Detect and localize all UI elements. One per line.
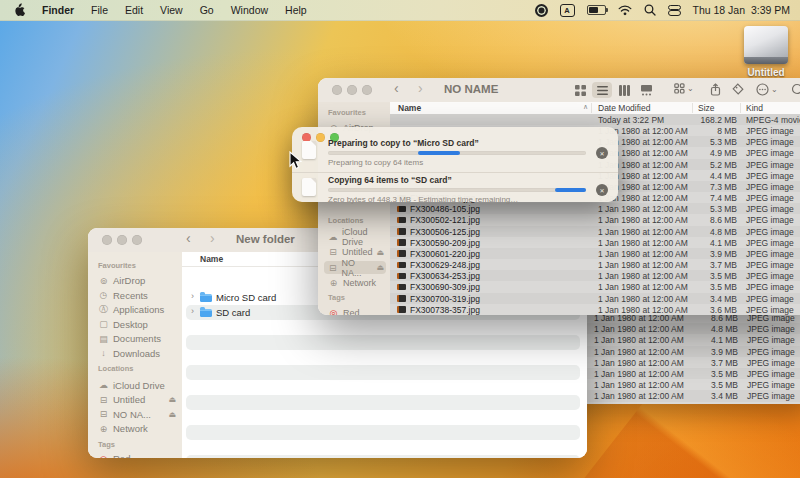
forward-button[interactable]: › — [418, 80, 423, 96]
copy-task: Copying 64 items to “SD card” ✕ Zero byt… — [292, 175, 618, 209]
file-row[interactable]: 1 Jan 1980 at 12:00 AM3.6 MBJPEG image — [556, 402, 800, 405]
sidebar-item-no-na-[interactable]: ⊟NO NA...⏏ — [94, 408, 178, 422]
sidebar-item-documents[interactable]: ▤Documents — [94, 332, 178, 346]
menu-bar: FinderFileEditViewGoWindowHelp A Thu 18 … — [0, 0, 800, 21]
menu-item-edit[interactable]: Edit — [125, 4, 143, 16]
control-center-icon[interactable] — [668, 5, 681, 16]
file-kind: JPEG image — [746, 160, 794, 170]
sidebar-item-icloud-drive[interactable]: ☁iCloud Drive — [324, 230, 386, 243]
share-button[interactable] — [710, 83, 721, 96]
file-kind: JPEG image — [746, 137, 794, 147]
stop-button[interactable]: ✕ — [596, 147, 608, 159]
file-row[interactable]: FX300506-125.jpg1 Jan 1980 at 12:00 AM4.… — [390, 226, 800, 237]
minimize-button[interactable] — [347, 85, 357, 95]
tag-button[interactable] — [732, 83, 744, 95]
eject-icon[interactable]: ⏏ — [168, 395, 178, 404]
file-kind: JPEG image — [746, 227, 794, 237]
file-row[interactable]: FX300738-357.jpg1 Jan 1980 at 12:00 AM3.… — [390, 304, 800, 315]
file-row[interactable]: 1 Jan 1980 at 12:00 AM3.5 MBJPEG image — [556, 379, 800, 390]
disk-icon: ⊟ — [328, 263, 337, 273]
menu-item-go[interactable]: Go — [200, 4, 214, 16]
disk-icon: ⊟ — [98, 395, 109, 405]
disclosure-chevron-icon[interactable]: › — [191, 306, 194, 316]
column-header-name[interactable]: Name — [200, 254, 223, 264]
menu-bar-clock[interactable]: Thu 18 Jan 3:39 PM — [693, 4, 790, 16]
menu-item-window[interactable]: Window — [231, 4, 268, 16]
zoom-button[interactable] — [362, 85, 372, 95]
file-row[interactable]: 1 Jan 1980 at 12:00 AM3.5 MBJPEG image — [556, 368, 800, 379]
eject-icon[interactable]: ⏏ — [168, 410, 178, 419]
sidebar-item-downloads[interactable]: ↓Downloads — [94, 347, 178, 361]
desktop-disk-untitled[interactable]: Untitled — [737, 26, 795, 78]
file-row[interactable]: 1 Jan 1980 at 12:00 AM4.1 MBJPEG image — [556, 334, 800, 345]
search-button[interactable] — [791, 83, 800, 97]
gallery-view-button[interactable] — [636, 82, 656, 98]
sidebar-item-label: Recents — [113, 290, 148, 301]
file-row[interactable]: FX300590-209.jpg1 Jan 1980 at 12:00 AM4.… — [390, 237, 800, 248]
file-row[interactable]: 1 Jan 1980 at 12:00 AM3.7 MBJPEG image — [556, 357, 800, 368]
sidebar-item-applications[interactable]: ⒶApplications — [94, 303, 178, 317]
file-name: FX300629-248.jpg — [410, 260, 480, 270]
sidebar-item-recents[interactable]: ◷Recents — [94, 289, 178, 303]
screen-recording-icon[interactable] — [535, 4, 548, 17]
forward-button[interactable]: › — [210, 230, 215, 246]
file-row[interactable]: FX300502-121.jpg1 Jan 1980 at 12:00 AM8.… — [390, 214, 800, 225]
sidebar-item-red[interactable]: ◎Red — [324, 306, 386, 315]
apple-logo-icon[interactable] — [13, 3, 25, 17]
no-name-titlebar[interactable]: ‹ › NO NAME ⌄ ⌄ — [318, 78, 800, 103]
file-row[interactable]: 1 Jan 1980 at 12:00 AM3.4 MBJPEG image — [556, 390, 800, 401]
file-kind: JPEG image — [746, 305, 794, 315]
sidebar-item-untitled[interactable]: ⊟Untitled⏏ — [94, 393, 178, 407]
menu-item-file[interactable]: File — [91, 4, 108, 16]
wifi-icon[interactable] — [618, 5, 632, 16]
column-header-date[interactable]: Date Modified — [598, 103, 650, 113]
sidebar-item-red[interactable]: ◎Red — [94, 452, 178, 458]
copy-progress-window[interactable]: Preparing to copy to “Micro SD card” ✕ P… — [292, 127, 618, 202]
minimize-button[interactable] — [117, 235, 127, 245]
search-icon[interactable] — [644, 4, 656, 16]
file-kind: JPEG image — [747, 403, 795, 405]
file-row[interactable]: FX300690-309.jpg1 Jan 1980 at 12:00 AM3.… — [390, 281, 800, 292]
back-button[interactable]: ‹ — [394, 80, 399, 96]
input-source-icon[interactable]: A — [560, 4, 575, 17]
back-button[interactable]: ‹ — [186, 230, 191, 246]
eject-icon[interactable]: ⏏ — [376, 248, 386, 257]
column-view-button[interactable] — [614, 82, 634, 98]
file-row[interactable]: FX300700-319.jpg1 Jan 1980 at 12:00 AM3.… — [390, 293, 800, 304]
sidebar-item-network[interactable]: ⊕Network — [324, 277, 386, 290]
folder-name: Micro SD card — [216, 292, 276, 303]
sidebar-item-network[interactable]: ⊕Network — [94, 422, 178, 436]
file-row[interactable]: FX300601-220.jpg1 Jan 1980 at 12:00 AM3.… — [390, 248, 800, 259]
column-divider[interactable] — [591, 103, 592, 113]
zoom-button[interactable] — [132, 235, 142, 245]
menu-item-help[interactable]: Help — [285, 4, 307, 16]
file-row[interactable]: FX300629-248.jpg1 Jan 1980 at 12:00 AM3.… — [390, 259, 800, 270]
close-button[interactable] — [332, 85, 342, 95]
column-header-name[interactable]: Name — [398, 103, 421, 113]
sidebar-item-desktop[interactable]: ▢Desktop — [94, 318, 178, 332]
sidebar-item-icloud-drive[interactable]: ☁iCloud Drive — [94, 379, 178, 393]
file-row[interactable]: 1 Jan 1980 at 12:00 AM4.8 MBJPEG image — [556, 323, 800, 334]
menu-item-view[interactable]: View — [160, 4, 183, 16]
list-view-button[interactable] — [592, 82, 612, 98]
stop-button[interactable]: ✕ — [596, 184, 608, 196]
sidebar-item-airdrop[interactable]: ⊚AirDrop — [94, 274, 178, 288]
column-header-size[interactable]: Size — [698, 103, 715, 113]
file-row[interactable]: FX300634-253.jpg1 Jan 1980 at 12:00 AM3.… — [390, 270, 800, 281]
column-header-kind[interactable]: Kind — [746, 103, 763, 113]
menu-item-finder[interactable]: Finder — [42, 4, 74, 16]
more-actions-button[interactable]: ⌄ — [756, 83, 778, 96]
file-row[interactable]: 1 Jan 1980 at 12:00 AM3.9 MBJPEG image — [556, 346, 800, 357]
close-button[interactable] — [102, 235, 112, 245]
column-divider[interactable] — [740, 103, 741, 113]
window-title: New folder — [236, 233, 295, 245]
column-divider[interactable] — [692, 103, 693, 113]
file-row[interactable]: Today at 3:22 PM168.2 MBMPEG-4 movie — [390, 114, 800, 125]
sidebar-item-no-na-[interactable]: ⊟NO NA...⏏ — [324, 261, 386, 274]
eject-icon[interactable]: ⏏ — [376, 263, 386, 272]
file-kind: JPEG image — [746, 260, 794, 270]
battery-icon[interactable] — [587, 5, 606, 15]
group-by-button[interactable]: ⌄ — [674, 83, 694, 94]
disclosure-chevron-icon[interactable]: › — [191, 291, 194, 301]
icon-view-button[interactable] — [570, 82, 590, 98]
